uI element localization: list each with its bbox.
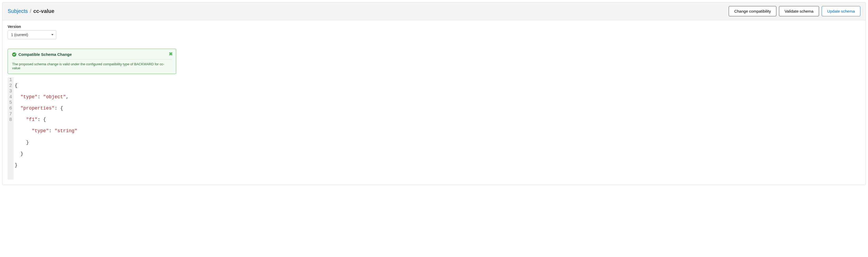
line-number: 1 — [9, 77, 12, 83]
line-number-gutter: 1 2 3 4 5 6 7 8 — [8, 77, 14, 180]
breadcrumb: Subjects / cc-value — [8, 8, 54, 14]
line-number: 3 — [9, 89, 12, 94]
close-icon[interactable]: ✖ — [169, 52, 173, 56]
line-number: 4 — [9, 94, 12, 100]
code-line: "properties": { — [15, 105, 78, 111]
code-line: } — [15, 162, 78, 168]
validation-alert: Compatible Schema Change The proposed sc… — [8, 49, 176, 74]
panel-header: Subjects / cc-value Change compatibility… — [2, 2, 866, 20]
code-line: "f1": { — [15, 117, 78, 123]
change-compatibility-button[interactable]: Change compatibility — [729, 6, 776, 16]
code-line: } — [15, 140, 78, 146]
alert-header: Compatible Schema Change — [12, 52, 172, 60]
schema-editor[interactable]: 1 2 3 4 5 6 7 8 { "type": "object", "pro… — [8, 77, 860, 180]
code-line: "type": "string" — [15, 128, 78, 134]
version-select[interactable]: 1 (current) — [8, 30, 56, 39]
line-number: 8 — [9, 117, 12, 123]
code-line: } — [15, 151, 78, 157]
line-number: 5 — [9, 100, 12, 105]
update-schema-button[interactable]: Update schema — [822, 6, 860, 16]
version-select-value: 1 (current) — [11, 33, 28, 37]
breadcrumb-separator: / — [30, 8, 31, 14]
code-area[interactable]: { "type": "object", "properties": { "f1"… — [14, 77, 78, 180]
line-number: 2 — [9, 83, 12, 89]
validate-schema-button[interactable]: Validate schema — [779, 6, 819, 16]
code-line: { — [15, 83, 78, 89]
breadcrumb-current: cc-value — [33, 8, 54, 14]
header-actions: Change compatibility Validate schema Upd… — [729, 6, 860, 16]
line-number: 6 — [9, 105, 12, 111]
check-circle-icon — [12, 53, 16, 57]
line-number: 7 — [9, 111, 12, 117]
schema-panel: Subjects / cc-value Change compatibility… — [2, 2, 866, 185]
alert-title: Compatible Schema Change — [19, 52, 72, 57]
code-line: "type": "object", — [15, 94, 78, 100]
chevron-down-icon — [51, 34, 54, 36]
breadcrumb-root-link[interactable]: Subjects — [8, 8, 28, 14]
version-label: Version — [8, 25, 860, 29]
alert-message: The proposed schema change is valid unde… — [12, 62, 172, 70]
panel-body: Version 1 (current) Compatible Schema Ch… — [2, 20, 866, 185]
